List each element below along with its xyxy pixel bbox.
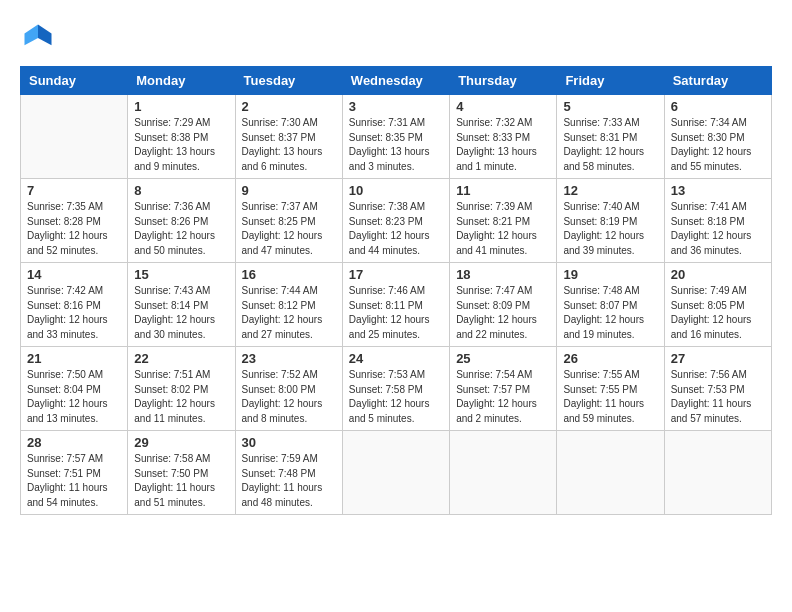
day-info: Sunrise: 7:32 AMSunset: 8:33 PMDaylight:…	[456, 116, 550, 174]
calendar-cell: 14Sunrise: 7:42 AMSunset: 8:16 PMDayligh…	[21, 263, 128, 347]
day-info: Sunrise: 7:41 AMSunset: 8:18 PMDaylight:…	[671, 200, 765, 258]
day-info: Sunrise: 7:49 AMSunset: 8:05 PMDaylight:…	[671, 284, 765, 342]
weekday-header-row: SundayMondayTuesdayWednesdayThursdayFrid…	[21, 67, 772, 95]
svg-marker-0	[38, 25, 52, 46]
calendar-cell: 27Sunrise: 7:56 AMSunset: 7:53 PMDayligh…	[664, 347, 771, 431]
weekday-header-monday: Monday	[128, 67, 235, 95]
day-info: Sunrise: 7:48 AMSunset: 8:07 PMDaylight:…	[563, 284, 657, 342]
day-number: 1	[134, 99, 228, 114]
calendar-cell: 1Sunrise: 7:29 AMSunset: 8:38 PMDaylight…	[128, 95, 235, 179]
calendar-cell	[450, 431, 557, 515]
day-number: 17	[349, 267, 443, 282]
svg-marker-1	[25, 25, 39, 46]
weekday-header-saturday: Saturday	[664, 67, 771, 95]
calendar-cell: 7Sunrise: 7:35 AMSunset: 8:28 PMDaylight…	[21, 179, 128, 263]
calendar-cell: 25Sunrise: 7:54 AMSunset: 7:57 PMDayligh…	[450, 347, 557, 431]
day-info: Sunrise: 7:40 AMSunset: 8:19 PMDaylight:…	[563, 200, 657, 258]
day-number: 2	[242, 99, 336, 114]
day-number: 8	[134, 183, 228, 198]
day-info: Sunrise: 7:57 AMSunset: 7:51 PMDaylight:…	[27, 452, 121, 510]
day-info: Sunrise: 7:37 AMSunset: 8:25 PMDaylight:…	[242, 200, 336, 258]
day-info: Sunrise: 7:51 AMSunset: 8:02 PMDaylight:…	[134, 368, 228, 426]
day-number: 12	[563, 183, 657, 198]
day-number: 6	[671, 99, 765, 114]
calendar-cell: 13Sunrise: 7:41 AMSunset: 8:18 PMDayligh…	[664, 179, 771, 263]
day-info: Sunrise: 7:52 AMSunset: 8:00 PMDaylight:…	[242, 368, 336, 426]
day-info: Sunrise: 7:44 AMSunset: 8:12 PMDaylight:…	[242, 284, 336, 342]
calendar-cell: 5Sunrise: 7:33 AMSunset: 8:31 PMDaylight…	[557, 95, 664, 179]
calendar-cell: 8Sunrise: 7:36 AMSunset: 8:26 PMDaylight…	[128, 179, 235, 263]
calendar-cell: 10Sunrise: 7:38 AMSunset: 8:23 PMDayligh…	[342, 179, 449, 263]
calendar-week-row: 7Sunrise: 7:35 AMSunset: 8:28 PMDaylight…	[21, 179, 772, 263]
calendar-cell: 3Sunrise: 7:31 AMSunset: 8:35 PMDaylight…	[342, 95, 449, 179]
day-info: Sunrise: 7:54 AMSunset: 7:57 PMDaylight:…	[456, 368, 550, 426]
calendar-body: 1Sunrise: 7:29 AMSunset: 8:38 PMDaylight…	[21, 95, 772, 515]
calendar-table: SundayMondayTuesdayWednesdayThursdayFrid…	[20, 66, 772, 515]
calendar-cell: 19Sunrise: 7:48 AMSunset: 8:07 PMDayligh…	[557, 263, 664, 347]
day-number: 11	[456, 183, 550, 198]
day-number: 27	[671, 351, 765, 366]
calendar-cell: 21Sunrise: 7:50 AMSunset: 8:04 PMDayligh…	[21, 347, 128, 431]
day-info: Sunrise: 7:55 AMSunset: 7:55 PMDaylight:…	[563, 368, 657, 426]
calendar-week-row: 21Sunrise: 7:50 AMSunset: 8:04 PMDayligh…	[21, 347, 772, 431]
calendar-week-row: 28Sunrise: 7:57 AMSunset: 7:51 PMDayligh…	[21, 431, 772, 515]
day-number: 9	[242, 183, 336, 198]
calendar-week-row: 14Sunrise: 7:42 AMSunset: 8:16 PMDayligh…	[21, 263, 772, 347]
calendar-cell: 30Sunrise: 7:59 AMSunset: 7:48 PMDayligh…	[235, 431, 342, 515]
calendar-header: SundayMondayTuesdayWednesdayThursdayFrid…	[21, 67, 772, 95]
calendar-cell: 15Sunrise: 7:43 AMSunset: 8:14 PMDayligh…	[128, 263, 235, 347]
day-number: 21	[27, 351, 121, 366]
calendar-cell: 29Sunrise: 7:58 AMSunset: 7:50 PMDayligh…	[128, 431, 235, 515]
day-info: Sunrise: 7:29 AMSunset: 8:38 PMDaylight:…	[134, 116, 228, 174]
calendar-cell: 20Sunrise: 7:49 AMSunset: 8:05 PMDayligh…	[664, 263, 771, 347]
page-header	[20, 20, 772, 56]
logo	[20, 20, 60, 56]
day-number: 24	[349, 351, 443, 366]
day-info: Sunrise: 7:35 AMSunset: 8:28 PMDaylight:…	[27, 200, 121, 258]
day-number: 3	[349, 99, 443, 114]
calendar-cell: 18Sunrise: 7:47 AMSunset: 8:09 PMDayligh…	[450, 263, 557, 347]
day-number: 29	[134, 435, 228, 450]
day-number: 13	[671, 183, 765, 198]
day-info: Sunrise: 7:39 AMSunset: 8:21 PMDaylight:…	[456, 200, 550, 258]
weekday-header-thursday: Thursday	[450, 67, 557, 95]
day-number: 28	[27, 435, 121, 450]
calendar-cell	[557, 431, 664, 515]
calendar-cell: 26Sunrise: 7:55 AMSunset: 7:55 PMDayligh…	[557, 347, 664, 431]
day-info: Sunrise: 7:50 AMSunset: 8:04 PMDaylight:…	[27, 368, 121, 426]
calendar-week-row: 1Sunrise: 7:29 AMSunset: 8:38 PMDaylight…	[21, 95, 772, 179]
day-number: 16	[242, 267, 336, 282]
day-number: 14	[27, 267, 121, 282]
day-number: 23	[242, 351, 336, 366]
day-number: 25	[456, 351, 550, 366]
calendar-cell: 17Sunrise: 7:46 AMSunset: 8:11 PMDayligh…	[342, 263, 449, 347]
calendar-cell: 11Sunrise: 7:39 AMSunset: 8:21 PMDayligh…	[450, 179, 557, 263]
calendar-cell: 22Sunrise: 7:51 AMSunset: 8:02 PMDayligh…	[128, 347, 235, 431]
day-info: Sunrise: 7:58 AMSunset: 7:50 PMDaylight:…	[134, 452, 228, 510]
logo-icon	[20, 20, 56, 56]
day-info: Sunrise: 7:53 AMSunset: 7:58 PMDaylight:…	[349, 368, 443, 426]
day-info: Sunrise: 7:47 AMSunset: 8:09 PMDaylight:…	[456, 284, 550, 342]
day-info: Sunrise: 7:31 AMSunset: 8:35 PMDaylight:…	[349, 116, 443, 174]
day-number: 22	[134, 351, 228, 366]
calendar-cell: 24Sunrise: 7:53 AMSunset: 7:58 PMDayligh…	[342, 347, 449, 431]
calendar-cell	[21, 95, 128, 179]
day-number: 20	[671, 267, 765, 282]
day-info: Sunrise: 7:36 AMSunset: 8:26 PMDaylight:…	[134, 200, 228, 258]
day-info: Sunrise: 7:43 AMSunset: 8:14 PMDaylight:…	[134, 284, 228, 342]
day-number: 26	[563, 351, 657, 366]
calendar-cell: 12Sunrise: 7:40 AMSunset: 8:19 PMDayligh…	[557, 179, 664, 263]
weekday-header-wednesday: Wednesday	[342, 67, 449, 95]
calendar-cell	[664, 431, 771, 515]
calendar-cell: 28Sunrise: 7:57 AMSunset: 7:51 PMDayligh…	[21, 431, 128, 515]
day-info: Sunrise: 7:59 AMSunset: 7:48 PMDaylight:…	[242, 452, 336, 510]
calendar-cell: 4Sunrise: 7:32 AMSunset: 8:33 PMDaylight…	[450, 95, 557, 179]
calendar-cell: 16Sunrise: 7:44 AMSunset: 8:12 PMDayligh…	[235, 263, 342, 347]
day-number: 4	[456, 99, 550, 114]
calendar-cell: 9Sunrise: 7:37 AMSunset: 8:25 PMDaylight…	[235, 179, 342, 263]
weekday-header-friday: Friday	[557, 67, 664, 95]
calendar-cell: 23Sunrise: 7:52 AMSunset: 8:00 PMDayligh…	[235, 347, 342, 431]
day-number: 18	[456, 267, 550, 282]
day-info: Sunrise: 7:46 AMSunset: 8:11 PMDaylight:…	[349, 284, 443, 342]
weekday-header-sunday: Sunday	[21, 67, 128, 95]
